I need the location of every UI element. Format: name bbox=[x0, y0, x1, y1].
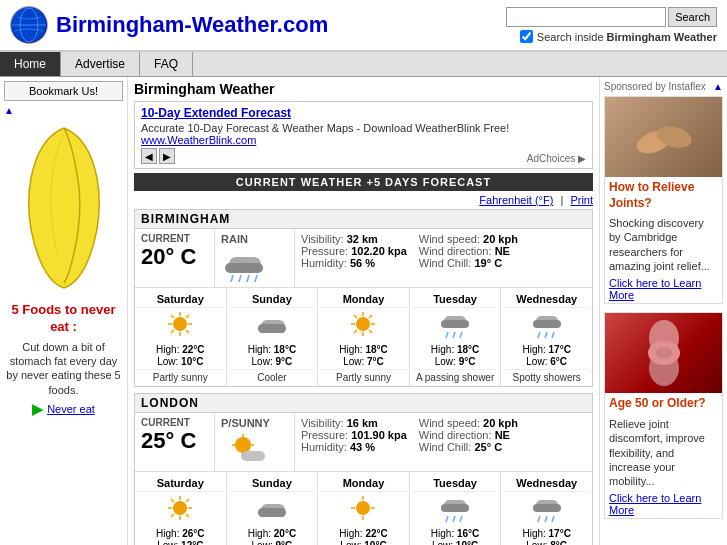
weather-bar: CURRENT WEATHER +5 DAYS FORECAST bbox=[134, 173, 593, 191]
svg-line-64 bbox=[453, 516, 455, 522]
day-sun-b: Sunday bbox=[229, 291, 316, 308]
svg-line-52 bbox=[186, 499, 189, 502]
ad-banner-line1: Accurate 10-Day Forecast & Weather Maps … bbox=[141, 122, 519, 134]
forecast-mon-l: Monday High: 22°C Low: 10°C Sun and some… bbox=[318, 472, 410, 545]
wc-label: Wind Chill: bbox=[419, 257, 472, 269]
ad-card-1-text: Shocking discovery by Cambridge research… bbox=[605, 214, 722, 275]
ad-card-2-link[interactable]: Click here to Learn More bbox=[605, 490, 722, 518]
day-mon-b: Monday bbox=[320, 291, 407, 308]
fahrenheit-link[interactable]: Fahrenheit (°F) bbox=[479, 194, 553, 206]
forecast-wed-l: Wednesday High: 17°C Low: 8°C Spotty sho… bbox=[501, 472, 592, 545]
nav-item-home[interactable]: Home bbox=[0, 52, 61, 76]
birmingham-title: BIRMINGHAM bbox=[135, 210, 592, 229]
sponsored-text: Sponsored by Instaflex bbox=[604, 81, 706, 92]
london-forecast-row: Saturday High: 26°C Low: 12°C P bbox=[135, 472, 592, 545]
pres-val: 102.20 kpa bbox=[351, 245, 407, 257]
svg-point-45 bbox=[173, 501, 187, 515]
svg-line-36 bbox=[538, 332, 540, 338]
ad-card-1-img bbox=[605, 97, 722, 177]
svg-line-31 bbox=[446, 332, 448, 338]
day-mon-l: Monday bbox=[320, 475, 407, 492]
svg-line-25 bbox=[354, 315, 357, 318]
ad-card-1-link[interactable]: Click here to Learn More bbox=[605, 275, 722, 303]
search-area: Search Search inside Birmingham Weather bbox=[506, 7, 717, 43]
ad-banner-title[interactable]: 10-Day Extended Forecast bbox=[141, 106, 519, 120]
nav-bar: Home Advertise FAQ bbox=[0, 52, 727, 77]
low-wed-l: Low: 8°C bbox=[503, 540, 590, 545]
birmingham-current-row: CURRENT 20° C RAIN bbox=[135, 229, 592, 288]
svg-line-6 bbox=[239, 275, 241, 282]
high-mon-b: High: 18°C bbox=[320, 344, 407, 355]
search-button[interactable]: Search bbox=[668, 7, 717, 27]
hum-val: 56 % bbox=[350, 257, 375, 269]
center-content: Birmingham Weather 10-Day Extended Forec… bbox=[128, 77, 599, 545]
high-sat-l: High: 26°C bbox=[137, 528, 224, 539]
bookmark-button[interactable]: Bookmark Us! bbox=[4, 81, 123, 101]
svg-rect-30 bbox=[441, 320, 469, 328]
forecast-sun-b: Sunday High: 18°C Low: 9°C Cooler bbox=[227, 288, 319, 386]
day-sun-l: Sunday bbox=[229, 475, 316, 492]
forecast-tue-b: Tuesday High: 18°C Low: 9°C A passing sh… bbox=[410, 288, 502, 386]
svg-point-39 bbox=[235, 437, 251, 453]
ad-card-1-title: How to Relieve Joints? bbox=[605, 177, 722, 214]
ad-card-2: Age 50 or Older? Relieve joint discomfor… bbox=[604, 312, 723, 519]
ad-prev-button[interactable]: ◀ bbox=[141, 148, 157, 164]
svg-line-17 bbox=[171, 330, 174, 333]
svg-line-26 bbox=[369, 330, 372, 333]
vis-label: Visibility: bbox=[301, 233, 344, 245]
low-sun-l: Low: 9°C bbox=[229, 540, 316, 545]
london-current-label: CURRENT bbox=[141, 417, 208, 428]
left-ad-subtext: Cut down a bit of stomach fat every day … bbox=[4, 340, 123, 397]
search-row: Search bbox=[506, 7, 717, 27]
lhum-val: 43 % bbox=[350, 441, 375, 453]
lws-val: 20 kph bbox=[483, 417, 518, 429]
page-title: Birmingham Weather bbox=[134, 81, 593, 97]
nav-item-advertise[interactable]: Advertise bbox=[61, 52, 140, 76]
svg-line-15 bbox=[186, 330, 189, 333]
print-link[interactable]: Print bbox=[570, 194, 593, 206]
svg-line-65 bbox=[460, 516, 462, 522]
lwc-label: Wind Chill: bbox=[419, 441, 472, 453]
svg-rect-4 bbox=[225, 263, 263, 273]
search-input[interactable] bbox=[506, 7, 666, 27]
svg-line-38 bbox=[552, 332, 554, 338]
cloud-icon-l1 bbox=[255, 494, 289, 524]
header: Birmingham-Weather.com Search Search ins… bbox=[0, 0, 727, 52]
cloud-icon-b1 bbox=[255, 310, 289, 340]
svg-line-8 bbox=[255, 275, 257, 282]
rain-icon-l3 bbox=[438, 494, 472, 524]
pres-label: Pressure: bbox=[301, 245, 348, 257]
sun-icon-b0 bbox=[163, 310, 197, 340]
low-mon-l: Low: 10°C bbox=[320, 540, 407, 545]
london-temp: 25° C bbox=[141, 428, 208, 454]
search-inside-checkbox[interactable] bbox=[520, 30, 533, 43]
lpres-val: 101.90 kpa bbox=[351, 429, 407, 441]
london-detail-left: Visibility: 16 km Pressure: 101.90 kpa H… bbox=[301, 417, 407, 453]
detail-left: Visibility: 32 km Pressure: 102.20 kpa H… bbox=[301, 233, 407, 269]
nav-item-faq[interactable]: FAQ bbox=[140, 52, 193, 76]
london-detail-right: Wind speed: 20 kph Wind direction: NE Wi… bbox=[419, 417, 518, 453]
current-label: CURRENT bbox=[141, 233, 208, 244]
svg-line-50 bbox=[171, 499, 174, 502]
svg-point-20 bbox=[356, 317, 370, 331]
lvis-val: 16 km bbox=[347, 417, 378, 429]
left-ad-marker: ▲ bbox=[4, 105, 123, 116]
svg-line-53 bbox=[171, 514, 174, 517]
globe-svg bbox=[11, 7, 47, 43]
lpres-label: Pressure: bbox=[301, 429, 348, 441]
birmingham-temp: 20° C bbox=[141, 244, 208, 270]
site-title[interactable]: Birmingham-Weather.com bbox=[56, 12, 328, 38]
svg-line-16 bbox=[186, 315, 189, 318]
left-ad-link[interactable]: Never eat bbox=[47, 403, 95, 415]
london-block: LONDON CURRENT 25° C P/SUNNY bbox=[134, 393, 593, 545]
birmingham-condition-label: RAIN bbox=[221, 233, 248, 245]
forecast-mon-b: Monday High: 18°C Low: 7°C Part bbox=[318, 288, 410, 386]
detail-right: Wind speed: 20 kph Wind direction: NE Wi… bbox=[419, 233, 518, 269]
ad-next-button[interactable]: ▶ bbox=[159, 148, 175, 164]
london-sun-area: P/SUNNY bbox=[215, 413, 295, 471]
wd-label: Wind direction: bbox=[419, 245, 492, 257]
wd-val: NE bbox=[495, 245, 510, 257]
low-mon-b: Low: 7°C bbox=[320, 356, 407, 367]
birmingham-details: Visibility: 32 km Pressure: 102.20 kpa H… bbox=[295, 229, 592, 287]
left-ad-text: 5 Foods to never eat : bbox=[4, 302, 123, 336]
